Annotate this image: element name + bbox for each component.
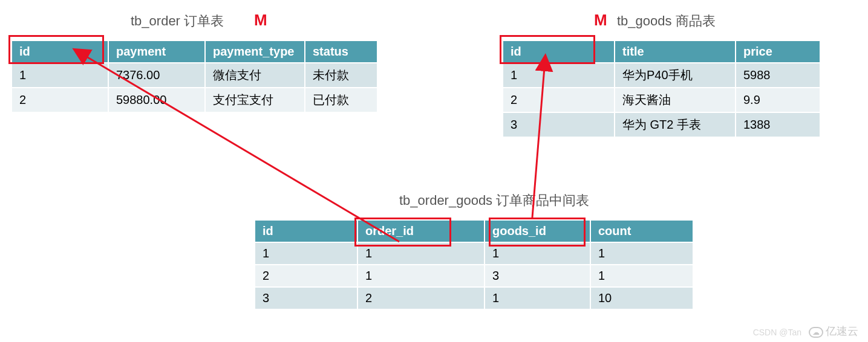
order-table-title: tb_order 订单表 — [131, 12, 224, 30]
table-row: 2 海天酱油 9.9 — [503, 88, 820, 112]
cell: 3 — [503, 112, 615, 137]
table-row: 3 2 1 10 — [255, 287, 693, 309]
col-id: id — [503, 40, 615, 63]
table-row: 3 华为 GT2 手表 1388 — [503, 112, 820, 137]
col-payment-type: payment_type — [205, 40, 305, 63]
watermark-text: CSDN @Tan — [753, 327, 801, 337]
cell: 1 — [590, 265, 693, 287]
col-id: id — [11, 40, 108, 63]
cell: 华为P40手机 — [615, 63, 736, 88]
table-row: 2 1 3 1 — [255, 265, 693, 287]
logo-text: 亿速云 — [826, 325, 858, 337]
cell: 10 — [590, 287, 693, 309]
order-table: id payment payment_type status 1 7376.00… — [11, 40, 378, 113]
table-row: 1 7376.00 微信支付 未付款 — [11, 63, 377, 88]
goods-table: id title price 1 华为P40手机 5988 2 海天酱油 9.9… — [502, 40, 821, 138]
order-goods-table-title: tb_order_goods 订单商品中间表 — [399, 192, 589, 210]
goods-table-title: tb_goods 商品表 — [617, 12, 716, 30]
col-goods-id: goods_id — [485, 220, 590, 242]
cloud-icon: ☁ — [809, 327, 823, 338]
cell: 微信支付 — [205, 63, 305, 88]
cell: 1 — [255, 242, 357, 265]
cell: 1388 — [736, 112, 820, 137]
cell: 1 — [11, 63, 108, 88]
col-order-id: order_id — [357, 220, 485, 242]
col-count: count — [590, 220, 693, 242]
cell: 海天酱油 — [615, 88, 736, 112]
cell: 华为 GT2 手表 — [615, 112, 736, 137]
cell: 9.9 — [736, 88, 820, 112]
table-row: 2 59880.00 支付宝支付 已付款 — [11, 88, 377, 112]
table-row: 1 1 1 1 — [255, 242, 693, 265]
logo-badge: ☁亿速云 — [809, 324, 858, 338]
cell: 2 — [357, 287, 485, 309]
goods-m-label: M — [594, 11, 607, 30]
cell: 2 — [11, 88, 108, 112]
col-status: status — [305, 40, 377, 63]
order-goods-table: id order_id goods_id count 1 1 1 1 2 1 3… — [254, 219, 694, 310]
cell: 59880.00 — [108, 88, 205, 112]
cell: 3 — [485, 265, 590, 287]
col-price: price — [736, 40, 820, 63]
cell: 1 — [485, 287, 590, 309]
cell: 1 — [357, 265, 485, 287]
table-header-row: id title price — [503, 40, 820, 63]
order-m-label: M — [254, 11, 267, 30]
cell: 未付款 — [305, 63, 377, 88]
cell: 7376.00 — [108, 63, 205, 88]
cell: 1 — [590, 242, 693, 265]
cell: 1 — [503, 63, 615, 88]
col-title: title — [615, 40, 736, 63]
cell: 支付宝支付 — [205, 88, 305, 112]
table-header-row: id order_id goods_id count — [255, 220, 693, 242]
col-payment: payment — [108, 40, 205, 63]
table-row: 1 华为P40手机 5988 — [503, 63, 820, 88]
cell: 1 — [357, 242, 485, 265]
cell: 1 — [485, 242, 590, 265]
cell: 2 — [503, 88, 615, 112]
cell: 5988 — [736, 63, 820, 88]
table-header-row: id payment payment_type status — [11, 40, 377, 63]
col-id: id — [255, 220, 357, 242]
cell: 2 — [255, 265, 357, 287]
cell: 已付款 — [305, 88, 377, 112]
cell: 3 — [255, 287, 357, 309]
